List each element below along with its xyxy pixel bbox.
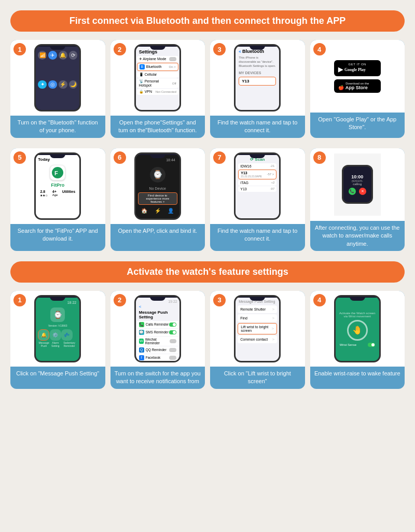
app-store-button[interactable]: Download on the 🍎 App Store [334, 79, 381, 93]
facebook-toggle[interactable] [169, 356, 176, 360]
step-5-card: 5 Today F FitPro [10, 148, 105, 251]
step-1-desc: Turn on the "Bluetooth" function of your… [10, 116, 105, 138]
fitpro-menu-screen: 18:22 ⌚ Version: V13663 🔔 Message Push ⚙… [36, 298, 79, 361]
rotation-icon: ⟳ [69, 51, 78, 60]
wechat-icon: W [139, 339, 144, 344]
phone-mock-s2-2: 19:22 < Message Push Setting 📞 Calls Rem… [134, 295, 181, 362]
scan-device-y13-2: Y13 -97 [238, 186, 276, 192]
step-4-image: 4 GET IT ON ▶ Google Play Download on th… [310, 40, 405, 113]
reminder-menu-icon[interactable]: 💤 [61, 329, 73, 341]
s2-step-2-desc: Turn on the switch for the app you want … [110, 367, 205, 389]
phone-mock-2: Settings ✈ Airplane Mode BBluetooth On >… [134, 44, 181, 111]
sms-toggle[interactable] [169, 330, 176, 334]
msg-push-settings-screen: 19:22 < Message Push Setting 📞 Calls Rem… [136, 298, 179, 361]
step-8-card: 8 10:00 (626)105- calling 📞 ✕ [310, 148, 405, 251]
step-7-card: 7 ⟳ Scan IDW16 -21 Y13 [210, 148, 305, 251]
cellular-icon: ✈ [48, 51, 57, 60]
scan-device-itag: ITAG +2 [238, 180, 276, 186]
s2-step-3-desc: Click on "Lift wrist to bright screen" [210, 367, 305, 389]
phone-mock-s2-4: Activate the Watch screen via Wrist move… [334, 295, 381, 362]
airplane-mode-item: ✈ Airplane Mode [137, 56, 178, 62]
fitpro-app-icon: F [50, 165, 65, 180]
bluetooth-active-icon: ✦ [38, 80, 47, 89]
bind-device-btn[interactable]: Find device to experience more features … [138, 192, 177, 205]
phone-mock-5: Today F FitPro 2.8★★☆ 4+Age [34, 152, 81, 220]
phone-notch-3 [250, 46, 265, 50]
call-status: calling [351, 183, 363, 186]
section1-header: First connect via Bluetooth and then con… [10, 10, 405, 32]
bluetooth-item: BBluetooth On > [137, 63, 178, 71]
facebook-icon: f [139, 355, 144, 360]
play-icon: ▶ [338, 66, 343, 74]
s2-step-2-card: 2 19:22 < Message Push Setting 📞 Calls R… [110, 291, 205, 389]
section2-steps-grid: 1 18:22 ⌚ Version: V13663 🔔 Message Push [10, 291, 405, 389]
steps-row1: 1 📶 ✈ 🔔 ⟳ ✦ ◎ ⚡ 🌙 [10, 40, 405, 138]
phone-screen-s2-1: 18:22 ⌚ Version: V13663 🔔 Message Push ⚙… [36, 298, 79, 361]
step-4-card: 4 GET IT ON ▶ Google Play Download on th… [310, 40, 405, 138]
phone-screen-s2-4: Activate the Watch screen via Wrist move… [336, 298, 379, 361]
phone-notch-6 [150, 154, 165, 158]
phone-notch-2 [150, 46, 165, 50]
wrist-circle-icon: 🤚 [347, 320, 368, 341]
phone-notch-s2-2 [150, 297, 165, 301]
fitpro-name-label: FitPro [38, 183, 77, 188]
bind-watch-icon: ⌚ [150, 167, 165, 183]
qq-toggle[interactable] [169, 348, 176, 352]
step-3-card: 3 < Bluetooth This iPhone is discoverabl… [210, 40, 305, 138]
google-play-button[interactable]: GET IT ON ▶ Google Play [334, 60, 381, 76]
phone-screen-2: Settings ✈ Airplane Mode BBluetooth On >… [136, 47, 179, 110]
alarm-menu-icon[interactable]: ⚙️ [50, 329, 61, 341]
hotspot-item: 📡 Personal Hotspot Off [137, 78, 178, 88]
wrist-toggle-row: Wrist Sense [338, 343, 377, 347]
call-number: (626)105- [351, 179, 363, 183]
wechat-toggle[interactable] [170, 339, 176, 343]
msg-push-menu-icon[interactable]: 🔔 [38, 329, 49, 341]
s2-step-3-card: 3 Message Push Setting Remote Shutter > … [210, 291, 305, 389]
alarm-menu-label: Alarm Setting [50, 341, 61, 347]
phone-mock-3: < Bluetooth This iPhone is discoverable … [234, 44, 281, 111]
nav-profile-icon: 👤 [168, 208, 174, 214]
phone-mock-s2-3: Message Push Setting Remote Shutter > Fi… [234, 295, 281, 362]
wifi2-icon: ◎ [48, 80, 57, 89]
apple-icon: 🍎 [338, 85, 344, 90]
remote-shutter-item: Remote Shutter > [238, 305, 277, 313]
s2-step-4-desc: Enable wrist-raise to wake feature [310, 367, 405, 389]
phone-notch-s2-1 [50, 297, 65, 301]
decline-call-button[interactable]: ✕ [359, 188, 366, 195]
phone-screen-3: < Bluetooth This iPhone is discoverable … [236, 47, 279, 110]
wechat-reminder-item: W Wechat Reminder [137, 337, 178, 346]
section2-container: Activate the watch's feature settings 1 … [10, 261, 405, 389]
phone-mock-s2-1: 18:22 ⌚ Version: V13663 🔔 Message Push ⚙… [34, 295, 81, 362]
fitpro-rating: 2.8 [40, 190, 48, 193]
step-6-number: 6 [114, 151, 126, 164]
s2-step-1-card: 1 18:22 ⌚ Version: V13663 🔔 Message Push [10, 291, 105, 389]
bt-description: This iPhone is discoverable as "device".… [237, 55, 278, 69]
step-5-image: 5 Today F FitPro [10, 148, 105, 224]
step-1-card: 1 📶 ✈ 🔔 ⟳ ✦ ◎ ⚡ 🌙 [10, 40, 105, 138]
phone-mock-1: 📶 ✈ 🔔 ⟳ ✦ ◎ ⚡ 🌙 [34, 44, 81, 111]
smartwatch-mock: 10:00 (626)105- calling 📞 ✕ [342, 165, 373, 204]
msg-push-menu-label: Message Push [38, 341, 50, 347]
lift-wrist-item[interactable]: Lift wrist to bright screen > [238, 323, 277, 334]
step-1-image: 1 📶 ✈ 🔔 ⟳ ✦ ◎ ⚡ 🌙 [10, 40, 105, 116]
accept-call-button[interactable]: 📞 [349, 188, 356, 195]
nav-home-icon: 🏠 [141, 208, 147, 214]
bt-screen: < Bluetooth This iPhone is discoverable … [236, 47, 279, 110]
step-6-image: 6 18:44 ⌚ No Device Find device to exper… [110, 148, 205, 224]
wrist-sense-toggle[interactable] [368, 343, 375, 347]
phone-screen-s2-3: Message Push Setting Remote Shutter > Fi… [236, 298, 279, 361]
phone-notch-7 [250, 154, 265, 158]
step-3-desc: Find the watch name and tap to connect i… [210, 116, 305, 138]
s2-step-2-number: 2 [114, 294, 126, 306]
fitpro-category: Utilities [62, 190, 75, 193]
sms-icon: 💬 [139, 330, 144, 335]
step-2-image: 2 Settings ✈ Airplane Mode BBluetooth [110, 40, 205, 116]
step-4-desc: Open "Google Play" or the App Store". [310, 113, 405, 138]
scan-device-y13: Y13 21:21:21:21:0APE -57 > [238, 170, 276, 179]
calls-toggle[interactable] [169, 323, 176, 327]
phone-notch-s2-4 [350, 297, 365, 301]
qq-reminder-item: Q QQ Reminder [137, 346, 178, 354]
google-play-label: ▶ Google Play [338, 66, 377, 74]
s2-step-3-image: 3 Message Push Setting Remote Shutter > … [210, 291, 305, 367]
step-2-desc: Open the phone"Settings" and tum on the"… [110, 116, 205, 138]
